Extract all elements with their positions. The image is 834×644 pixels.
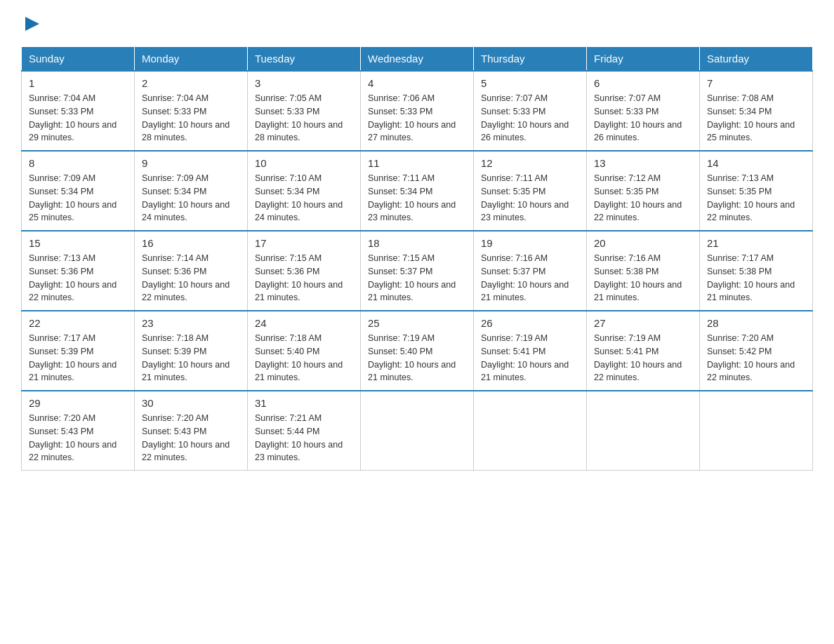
calendar-cell: 8 Sunrise: 7:09 AMSunset: 5:34 PMDayligh… xyxy=(22,151,135,231)
day-header-monday: Monday xyxy=(135,47,248,72)
calendar-cell: 6 Sunrise: 7:07 AMSunset: 5:33 PMDayligh… xyxy=(587,71,700,151)
day-number: 16 xyxy=(142,237,240,249)
calendar-cell: 20 Sunrise: 7:16 AMSunset: 5:38 PMDaylig… xyxy=(587,231,700,311)
calendar-cell xyxy=(587,391,700,471)
day-detail: Sunrise: 7:07 AMSunset: 5:33 PMDaylight:… xyxy=(594,92,692,145)
day-number: 20 xyxy=(594,237,692,249)
day-detail: Sunrise: 7:16 AMSunset: 5:38 PMDaylight:… xyxy=(594,252,692,304)
day-number: 6 xyxy=(594,77,692,89)
calendar-cell: 5 Sunrise: 7:07 AMSunset: 5:33 PMDayligh… xyxy=(474,71,587,151)
day-detail: Sunrise: 7:06 AMSunset: 5:33 PMDaylight:… xyxy=(368,92,466,145)
day-detail: Sunrise: 7:20 AMSunset: 5:43 PMDaylight:… xyxy=(142,412,240,464)
day-detail: Sunrise: 7:20 AMSunset: 5:43 PMDaylight:… xyxy=(29,412,127,464)
day-detail: Sunrise: 7:09 AMSunset: 5:34 PMDaylight:… xyxy=(29,172,127,224)
day-number: 14 xyxy=(707,157,805,169)
calendar-cell: 11 Sunrise: 7:11 AMSunset: 5:34 PMDaylig… xyxy=(361,151,474,231)
day-number: 1 xyxy=(29,77,127,89)
day-number: 26 xyxy=(481,317,579,329)
calendar-cell: 10 Sunrise: 7:10 AMSunset: 5:34 PMDaylig… xyxy=(248,151,361,231)
calendar-cell: 2 Sunrise: 7:04 AMSunset: 5:33 PMDayligh… xyxy=(135,71,248,151)
calendar-cell: 18 Sunrise: 7:15 AMSunset: 5:37 PMDaylig… xyxy=(361,231,474,311)
day-number: 22 xyxy=(29,317,127,329)
day-detail: Sunrise: 7:15 AMSunset: 5:36 PMDaylight:… xyxy=(255,252,353,304)
day-number: 29 xyxy=(29,397,127,409)
day-number: 12 xyxy=(481,157,579,169)
calendar-cell: 3 Sunrise: 7:05 AMSunset: 5:33 PMDayligh… xyxy=(248,71,361,151)
day-number: 2 xyxy=(142,77,240,89)
calendar-cell: 7 Sunrise: 7:08 AMSunset: 5:34 PMDayligh… xyxy=(700,71,813,151)
calendar-cell: 19 Sunrise: 7:16 AMSunset: 5:37 PMDaylig… xyxy=(474,231,587,311)
calendar-cell: 12 Sunrise: 7:11 AMSunset: 5:35 PMDaylig… xyxy=(474,151,587,231)
calendar-cell: 28 Sunrise: 7:20 AMSunset: 5:42 PMDaylig… xyxy=(700,311,813,391)
day-number: 5 xyxy=(481,77,579,89)
svg-marker-0 xyxy=(25,17,39,31)
day-detail: Sunrise: 7:11 AMSunset: 5:34 PMDaylight:… xyxy=(368,172,466,224)
day-number: 3 xyxy=(255,77,353,89)
day-number: 30 xyxy=(142,397,240,409)
calendar-week-row: 8 Sunrise: 7:09 AMSunset: 5:34 PMDayligh… xyxy=(22,151,813,231)
logo xyxy=(21,14,42,34)
day-number: 27 xyxy=(594,317,692,329)
logo-icon xyxy=(21,14,42,34)
day-detail: Sunrise: 7:15 AMSunset: 5:37 PMDaylight:… xyxy=(368,252,466,304)
day-number: 4 xyxy=(368,77,466,89)
day-detail: Sunrise: 7:17 AMSunset: 5:39 PMDaylight:… xyxy=(29,332,127,384)
calendar-cell: 29 Sunrise: 7:20 AMSunset: 5:43 PMDaylig… xyxy=(22,391,135,471)
calendar-cell: 15 Sunrise: 7:13 AMSunset: 5:36 PMDaylig… xyxy=(22,231,135,311)
day-detail: Sunrise: 7:18 AMSunset: 5:40 PMDaylight:… xyxy=(255,332,353,384)
day-detail: Sunrise: 7:04 AMSunset: 5:33 PMDaylight:… xyxy=(29,92,127,145)
day-detail: Sunrise: 7:20 AMSunset: 5:42 PMDaylight:… xyxy=(707,332,805,384)
calendar-table: SundayMondayTuesdayWednesdayThursdayFrid… xyxy=(21,46,813,471)
day-number: 18 xyxy=(368,237,466,249)
calendar-cell: 22 Sunrise: 7:17 AMSunset: 5:39 PMDaylig… xyxy=(22,311,135,391)
calendar-cell: 14 Sunrise: 7:13 AMSunset: 5:35 PMDaylig… xyxy=(700,151,813,231)
calendar-cell: 13 Sunrise: 7:12 AMSunset: 5:35 PMDaylig… xyxy=(587,151,700,231)
day-number: 23 xyxy=(142,317,240,329)
day-number: 28 xyxy=(707,317,805,329)
day-number: 7 xyxy=(707,77,805,89)
calendar-cell xyxy=(700,391,813,471)
day-header-saturday: Saturday xyxy=(700,47,813,72)
day-number: 31 xyxy=(255,397,353,409)
calendar-week-row: 22 Sunrise: 7:17 AMSunset: 5:39 PMDaylig… xyxy=(22,311,813,391)
day-detail: Sunrise: 7:21 AMSunset: 5:44 PMDaylight:… xyxy=(255,412,353,464)
day-detail: Sunrise: 7:07 AMSunset: 5:33 PMDaylight:… xyxy=(481,92,579,145)
calendar-cell: 1 Sunrise: 7:04 AMSunset: 5:33 PMDayligh… xyxy=(22,71,135,151)
day-header-thursday: Thursday xyxy=(474,47,587,72)
day-detail: Sunrise: 7:04 AMSunset: 5:33 PMDaylight:… xyxy=(142,92,240,145)
day-detail: Sunrise: 7:13 AMSunset: 5:36 PMDaylight:… xyxy=(29,252,127,304)
day-detail: Sunrise: 7:09 AMSunset: 5:34 PMDaylight:… xyxy=(142,172,240,224)
calendar-cell xyxy=(474,391,587,471)
day-header-friday: Friday xyxy=(587,47,700,72)
day-detail: Sunrise: 7:18 AMSunset: 5:39 PMDaylight:… xyxy=(142,332,240,384)
day-number: 11 xyxy=(368,157,466,169)
day-detail: Sunrise: 7:08 AMSunset: 5:34 PMDaylight:… xyxy=(707,92,805,145)
day-detail: Sunrise: 7:19 AMSunset: 5:41 PMDaylight:… xyxy=(481,332,579,384)
calendar-week-row: 1 Sunrise: 7:04 AMSunset: 5:33 PMDayligh… xyxy=(22,71,813,151)
day-number: 15 xyxy=(29,237,127,249)
calendar-week-row: 15 Sunrise: 7:13 AMSunset: 5:36 PMDaylig… xyxy=(22,231,813,311)
calendar-cell: 27 Sunrise: 7:19 AMSunset: 5:41 PMDaylig… xyxy=(587,311,700,391)
calendar-cell: 31 Sunrise: 7:21 AMSunset: 5:44 PMDaylig… xyxy=(248,391,361,471)
calendar-cell: 21 Sunrise: 7:17 AMSunset: 5:38 PMDaylig… xyxy=(700,231,813,311)
day-detail: Sunrise: 7:19 AMSunset: 5:41 PMDaylight:… xyxy=(594,332,692,384)
day-detail: Sunrise: 7:11 AMSunset: 5:35 PMDaylight:… xyxy=(481,172,579,224)
calendar-header-row: SundayMondayTuesdayWednesdayThursdayFrid… xyxy=(22,47,813,72)
calendar-cell: 17 Sunrise: 7:15 AMSunset: 5:36 PMDaylig… xyxy=(248,231,361,311)
calendar-week-row: 29 Sunrise: 7:20 AMSunset: 5:43 PMDaylig… xyxy=(22,391,813,471)
day-number: 13 xyxy=(594,157,692,169)
day-number: 19 xyxy=(481,237,579,249)
day-number: 25 xyxy=(368,317,466,329)
calendar-cell: 9 Sunrise: 7:09 AMSunset: 5:34 PMDayligh… xyxy=(135,151,248,231)
day-number: 24 xyxy=(255,317,353,329)
calendar-cell: 24 Sunrise: 7:18 AMSunset: 5:40 PMDaylig… xyxy=(248,311,361,391)
calendar-cell: 23 Sunrise: 7:18 AMSunset: 5:39 PMDaylig… xyxy=(135,311,248,391)
calendar-cell: 4 Sunrise: 7:06 AMSunset: 5:33 PMDayligh… xyxy=(361,71,474,151)
calendar-cell: 16 Sunrise: 7:14 AMSunset: 5:36 PMDaylig… xyxy=(135,231,248,311)
calendar-cell: 26 Sunrise: 7:19 AMSunset: 5:41 PMDaylig… xyxy=(474,311,587,391)
day-detail: Sunrise: 7:19 AMSunset: 5:40 PMDaylight:… xyxy=(368,332,466,384)
day-number: 10 xyxy=(255,157,353,169)
day-number: 17 xyxy=(255,237,353,249)
calendar-cell: 30 Sunrise: 7:20 AMSunset: 5:43 PMDaylig… xyxy=(135,391,248,471)
day-header-sunday: Sunday xyxy=(22,47,135,72)
